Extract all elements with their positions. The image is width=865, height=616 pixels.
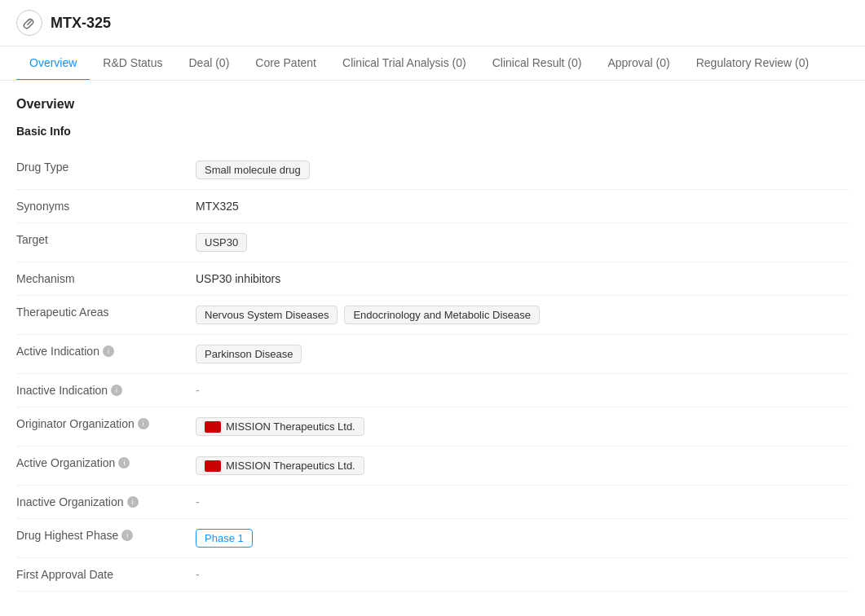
drug-type-row: Drug Type Small molecule drug: [16, 151, 849, 190]
synonyms-text: MTX325: [196, 200, 239, 213]
active-indication-tag[interactable]: Parkinson Disease: [196, 345, 302, 363]
inactive-indication-info-icon[interactable]: i: [111, 385, 122, 396]
drug-highest-phase-row: Drug Highest Phase i Phase 1: [16, 519, 849, 558]
originator-org-label: Originator Organization i: [16, 417, 196, 430]
synonyms-label: Synonyms: [16, 200, 196, 213]
originator-org-tag[interactable]: MISSION Therapeutics Ltd.: [196, 417, 364, 436]
drug-type-value: Small molecule drug: [196, 161, 849, 179]
inactive-org-info-icon[interactable]: i: [127, 496, 139, 508]
therapeutic-areas-row: Therapeutic Areas Nervous System Disease…: [16, 296, 849, 335]
active-org-tag[interactable]: MISSION Therapeutics Ltd.: [196, 456, 364, 475]
target-tag[interactable]: USP30: [196, 233, 247, 252]
target-value: USP30: [196, 233, 849, 252]
therapeutic-area-tag-2[interactable]: Endocrinology and Metabolic Disease: [344, 306, 540, 324]
first-approval-date-label: First Approval Date: [16, 568, 196, 581]
therapeutic-areas-value: Nervous System Diseases Endocrinology an…: [196, 306, 849, 324]
inactive-org-value: -: [196, 495, 849, 508]
drug-type-label: Drug Type: [16, 161, 196, 174]
drug-highest-phase-label: Drug Highest Phase i: [16, 529, 196, 542]
synonyms-value: MTX325: [196, 200, 849, 213]
tab-overview[interactable]: Overview: [16, 46, 90, 81]
tab-deal[interactable]: Deal (0): [176, 46, 243, 81]
active-org-info-icon[interactable]: i: [118, 457, 130, 469]
first-approval-date-dash: -: [196, 568, 200, 581]
first-approval-date-row: First Approval Date -: [16, 558, 849, 592]
active-indication-info-icon[interactable]: i: [103, 345, 114, 357]
inactive-org-row: Inactive Organization i -: [16, 486, 849, 519]
active-indication-row: Active Indication i Parkinson Disease: [16, 335, 849, 374]
tab-regulatory-review[interactable]: Regulatory Review (0): [683, 46, 823, 81]
section-title: Overview: [16, 97, 849, 112]
tab-rd-status[interactable]: R&D Status: [90, 46, 175, 81]
drug-type-tag[interactable]: Small molecule drug: [196, 161, 310, 179]
drug-highest-phase-value: Phase 1: [196, 529, 849, 548]
drug-icon: [16, 10, 42, 36]
nav-tabs: Overview R&D Status Deal (0) Core Patent…: [0, 46, 865, 81]
originator-org-row: Originator Organization i MISSION Therap…: [16, 407, 849, 447]
therapeutic-areas-label: Therapeutic Areas: [16, 306, 196, 319]
active-org-row: Active Organization i MISSION Therapeuti…: [16, 447, 849, 486]
drug-highest-phase-info-icon[interactable]: i: [121, 530, 133, 541]
active-org-value: MISSION Therapeutics Ltd.: [196, 456, 849, 475]
synonyms-row: Synonyms MTX325: [16, 190, 849, 223]
org-logo-active: [205, 460, 221, 472]
inactive-org-label: Inactive Organization i: [16, 495, 196, 508]
subsection-title: Basic Info: [16, 125, 849, 138]
mechanism-value: USP30 inhibitors: [196, 272, 849, 285]
mechanism-text: USP30 inhibitors: [196, 272, 280, 285]
tab-approval[interactable]: Approval (0): [594, 46, 682, 81]
active-indication-label: Active Indication i: [16, 345, 196, 358]
tab-clinical-trial[interactable]: Clinical Trial Analysis (0): [329, 46, 479, 81]
mechanism-row: Mechanism USP30 inhibitors: [16, 262, 849, 296]
inactive-indication-value: -: [196, 384, 849, 397]
mechanism-label: Mechanism: [16, 272, 196, 285]
active-indication-value: Parkinson Disease: [196, 345, 849, 363]
active-org-label: Active Organization i: [16, 456, 196, 469]
target-row: Target USP30: [16, 223, 849, 262]
target-label: Target: [16, 233, 196, 246]
tab-core-patent[interactable]: Core Patent: [242, 46, 329, 81]
originator-org-info-icon[interactable]: i: [138, 418, 149, 429]
inactive-indication-row: Inactive Indication i -: [16, 374, 849, 407]
tab-clinical-result[interactable]: Clinical Result (0): [479, 46, 595, 81]
inactive-indication-dash: -: [196, 384, 200, 397]
inactive-org-dash: -: [196, 495, 200, 508]
org-logo-originator: [205, 421, 221, 433]
first-approval-date-value: -: [196, 568, 849, 581]
therapeutic-area-tag-1[interactable]: Nervous System Diseases: [196, 306, 338, 324]
page-header: MTX-325: [0, 0, 865, 46]
main-content: Overview Basic Info Drug Type Small mole…: [0, 81, 865, 608]
page-title: MTX-325: [51, 15, 111, 32]
drug-highest-phase-tag[interactable]: Phase 1: [196, 529, 253, 548]
originator-org-value: MISSION Therapeutics Ltd.: [196, 417, 849, 436]
inactive-indication-label: Inactive Indication i: [16, 384, 196, 397]
